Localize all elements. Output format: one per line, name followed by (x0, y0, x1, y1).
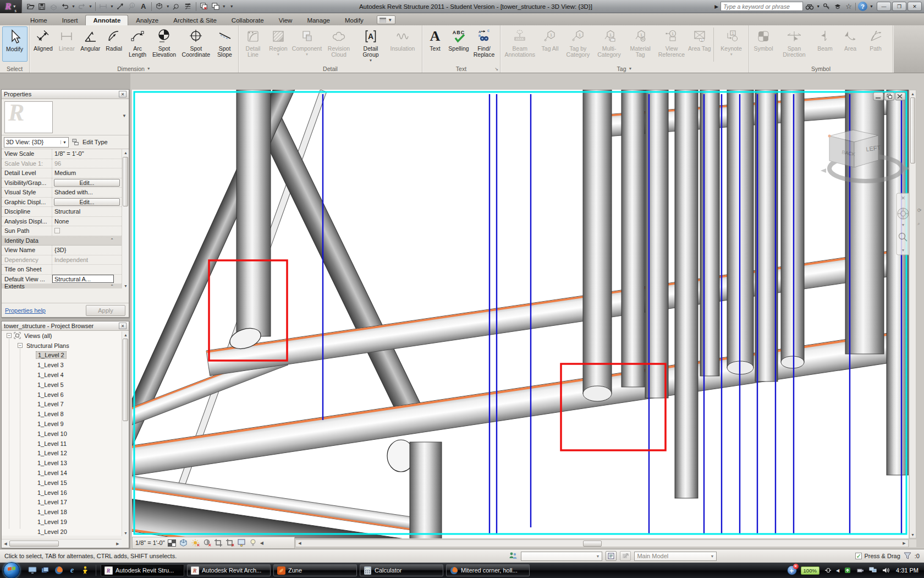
tree-item-level[interactable]: 1_Level 8 (2, 409, 129, 419)
tab-analyze[interactable]: Analyze (129, 15, 166, 25)
scroll-down-icon[interactable]: ▼ (122, 282, 129, 288)
default-view-dropdown[interactable]: Structural A... (52, 275, 114, 283)
show-crop-off-icon[interactable]: ✕ (226, 538, 234, 547)
taskbar-clock[interactable]: 4:31 PM (896, 567, 919, 574)
property-row[interactable]: Detail LevelMedium (2, 168, 122, 178)
type-selector[interactable]: 3D View: {3D}▼ (4, 137, 69, 148)
scroll-left-icon[interactable]: ◀ (2, 542, 9, 546)
arc-length-button[interactable]: Arc Length (126, 26, 150, 63)
sign-in-key-icon[interactable] (822, 2, 831, 11)
scroll-up-icon[interactable]: ▲ (910, 90, 916, 97)
tab-insert[interactable]: Insert (55, 15, 85, 25)
aim-icon[interactable] (80, 565, 90, 575)
redo-dropdown[interactable]: ▼ (89, 4, 92, 8)
design-option-dropdown[interactable]: Main Model▼ (634, 552, 717, 561)
angular-button[interactable]: Angular (79, 26, 102, 63)
undo-dropdown[interactable]: ▼ (72, 4, 75, 8)
tag-by-category-button[interactable]: 1 Tag by Category (563, 26, 594, 63)
search-binoculars-icon[interactable] (805, 2, 814, 11)
press-drag-checkbox[interactable]: ✓ (855, 553, 862, 559)
property-row[interactable]: View Scale1/8" = 1'-0" (2, 149, 122, 159)
tag-all-button[interactable]: 1 Tag All (538, 26, 563, 63)
panel-label-detail[interactable]: Detail (239, 64, 422, 73)
property-row[interactable]: DisciplineStructural (2, 207, 122, 217)
internet-explorer-icon[interactable]: e (67, 565, 77, 575)
undo-icon[interactable] (60, 2, 70, 12)
section-header-extents[interactable]: Extents⌃ (2, 284, 122, 288)
tree-item-level[interactable]: 1_Level 12 (2, 449, 129, 459)
aligned-button[interactable]: Aligned (31, 26, 55, 63)
spelling-button[interactable]: ABC Spelling (446, 26, 471, 63)
beam-symbol-button[interactable]: Beam (812, 26, 838, 63)
panel-label-symbol[interactable]: Symbol (749, 64, 893, 73)
property-row[interactable]: Default View ...Structural A... (2, 275, 122, 285)
properties-scrollbar[interactable]: ▲ ▼ (122, 149, 129, 288)
shadows-off-icon[interactable]: ✕ (202, 538, 211, 547)
insulation-button[interactable]: Insulation (387, 26, 419, 63)
property-row[interactable]: Sun Path (2, 226, 122, 236)
property-row[interactable]: Title on Sheet (2, 265, 122, 275)
navigation-bar[interactable]: ✕ ▼ ▼ (897, 193, 909, 255)
minimize-button[interactable]: — (877, 2, 891, 11)
text-button[interactable]: A Text (424, 26, 446, 63)
customize-qat-dropdown[interactable]: ▼ (230, 4, 234, 8)
tab-collaborate[interactable]: Collaborate (224, 15, 271, 25)
view-scale-button[interactable]: 1/8" = 1'-0" (135, 539, 165, 546)
apply-button[interactable]: Apply (86, 305, 125, 316)
tree-item-level[interactable]: 1_Level 13 (2, 458, 129, 468)
redo-icon[interactable] (77, 2, 87, 12)
section-icon[interactable] (172, 2, 182, 12)
panel-label-text[interactable]: Text (422, 64, 500, 73)
project-browser-title-bar[interactable]: tower_structure - Project Browser ✕ (2, 321, 129, 331)
network-icon[interactable] (868, 566, 877, 575)
tree-item-level[interactable]: 1_Level 5 (2, 380, 129, 390)
tree-item-level[interactable]: 1_Level 11 (2, 439, 129, 449)
help-dropdown[interactable]: ▼ (870, 4, 873, 8)
usb-tray-icon[interactable] (856, 566, 865, 575)
radial-button[interactable]: Radial (102, 26, 126, 63)
hidden-icons-chevron[interactable]: ◀ (836, 568, 839, 573)
tree-item-level[interactable]: 1_Level 3 (2, 360, 129, 370)
property-row[interactable]: View Name{3D} (2, 246, 122, 255)
tab-architect-site[interactable]: Architect & Site (166, 15, 224, 25)
search-input[interactable] (721, 2, 803, 11)
restore-button[interactable]: ❐ (892, 2, 906, 11)
scroll-right-icon[interactable]: ▶ (114, 542, 122, 546)
press-drag-control[interactable]: ✓ Press & Drag (855, 553, 900, 559)
editing-requests-button[interactable] (620, 551, 631, 561)
material-tag-button[interactable]: 1 Material Tag (625, 26, 656, 63)
sun-path-checkbox[interactable] (54, 228, 60, 233)
tag-icon[interactable]: 1 (127, 2, 137, 12)
taskbar-button-firefox-page[interactable]: Mitered corner, holl... (446, 564, 530, 576)
start-button[interactable] (3, 562, 20, 578)
tree-item-level[interactable]: 1_Level 16 (2, 488, 129, 498)
tree-item-views-all[interactable]: − Views (all) (2, 331, 129, 341)
firefox-icon[interactable] (54, 565, 64, 575)
revision-cloud-button[interactable]: Revision Cloud (323, 26, 355, 63)
tree-item-level[interactable]: 1_Level 14 (2, 468, 129, 478)
chevron-down-icon[interactable]: ▼ (122, 113, 127, 118)
taskbar-button-calculator[interactable]: Calculator (360, 564, 443, 576)
crop-view-icon[interactable] (214, 538, 223, 547)
taskbar-button-zune[interactable]: Zune (273, 564, 357, 576)
spot-coordinate-button[interactable]: Spot Coordinate (179, 26, 213, 63)
property-row[interactable]: Visual StyleShaded with... (2, 188, 122, 198)
volume-icon[interactable] (881, 566, 890, 575)
infocenter-collapse-icon[interactable]: ▶ (714, 4, 718, 9)
tree-item-level[interactable]: 1_Level 6 (2, 390, 129, 400)
multi-category-button[interactable]: 1 Multi- Category (593, 26, 625, 63)
switch-windows-dropdown[interactable]: ▼ (222, 4, 226, 8)
strip-orbit-icon[interactable]: ⟳ (917, 208, 922, 213)
beam-annotations-button[interactable]: Beam Annotations (502, 26, 538, 63)
switch-windows-flip3d-icon[interactable] (41, 565, 51, 575)
scroll-down-icon[interactable]: ▼ (122, 530, 129, 536)
property-row[interactable]: Analysis Displ...None (2, 217, 122, 227)
search-dropdown[interactable]: ▼ (816, 4, 820, 8)
browser-scrollbar[interactable]: ▲ ▼ (122, 331, 129, 536)
symbol-button[interactable]: Symbol (751, 26, 776, 63)
tree-item-level[interactable]: 1_Level 7 (2, 400, 129, 410)
navbar-close-icon[interactable]: ✕ (901, 195, 905, 201)
tree-item-level[interactable]: 1_Level 17 (2, 498, 129, 508)
edit-button[interactable]: Edit... (54, 198, 120, 206)
scroll-up-icon[interactable]: ▲ (122, 149, 129, 156)
